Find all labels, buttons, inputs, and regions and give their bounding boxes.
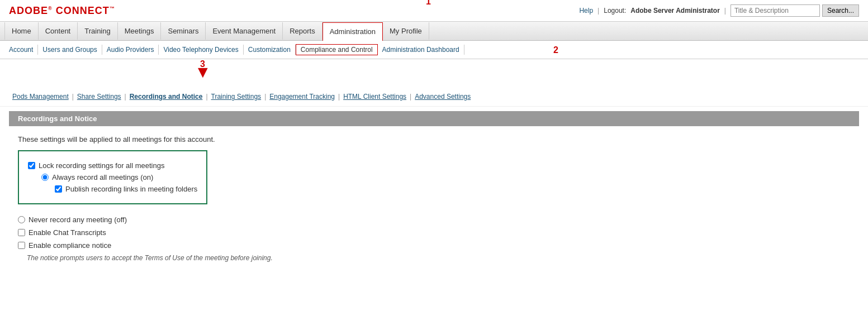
- logout-label: Logout:: [604, 7, 626, 15]
- help-link[interactable]: Help: [579, 7, 593, 15]
- publish-links-row: Publish recording links in meeting folde…: [55, 185, 197, 193]
- enable-compliance-row: Enable compliance notice: [18, 241, 850, 250]
- annotation-2: 2: [553, 45, 558, 55]
- compliance-nav: Pods Management | Share Settings | Recor…: [0, 87, 868, 107]
- sub-nav: Account Users and Groups Audio Providers…: [0, 41, 868, 59]
- subnav-customization[interactable]: Customization: [244, 45, 296, 55]
- nav-my-profile[interactable]: My Profile: [383, 22, 429, 40]
- nav-meetings[interactable]: Meetings: [118, 22, 162, 40]
- nav-seminars[interactable]: Seminars: [161, 22, 206, 40]
- annotation-1: 1: [426, 0, 431, 7]
- separator2: |: [724, 7, 726, 15]
- enable-chat-row: Enable Chat Transcripts: [18, 228, 850, 237]
- never-record-radio[interactable]: [18, 216, 25, 223]
- separator: |: [597, 7, 599, 15]
- enable-chat-checkbox[interactable]: [18, 229, 25, 236]
- nav-administration[interactable]: Administration: [322, 22, 383, 41]
- description-text: These settings will be applied to all me…: [18, 135, 850, 143]
- nav-event-management[interactable]: Event Management: [206, 22, 283, 40]
- nav-reports[interactable]: Reports: [283, 22, 322, 40]
- enable-compliance-checkbox[interactable]: [18, 242, 25, 249]
- enable-compliance-label: Enable compliance notice: [29, 241, 111, 250]
- publish-links-checkbox[interactable]: [55, 185, 62, 193]
- lock-recording-checkbox[interactable]: [28, 162, 35, 169]
- subnav-video-telephony[interactable]: Video Telephony Devices: [159, 45, 243, 55]
- nav-content[interactable]: Content: [39, 22, 78, 40]
- search-button[interactable]: Search...: [822, 4, 859, 17]
- subnav-users-groups[interactable]: Users and Groups: [38, 45, 102, 55]
- subnav-compliance[interactable]: Compliance and Control: [296, 44, 378, 55]
- always-record-radio[interactable]: [41, 174, 49, 181]
- publish-links-label: Publish recording links in meeting folde…: [65, 185, 197, 193]
- compnav-recordings[interactable]: Recordings and Notice: [126, 92, 206, 102]
- compnav-training[interactable]: Training Settings: [208, 92, 265, 102]
- lock-recording-row: Lock recording settings for all meetings: [28, 161, 197, 170]
- compnav-engagement[interactable]: Engagement Tracking: [266, 92, 338, 102]
- subnav-admin-dashboard[interactable]: Administration Dashboard: [378, 45, 464, 55]
- always-record-label: Always record all meetings (on): [52, 173, 153, 181]
- arrow-down-icon: ▼: [195, 64, 211, 80]
- lock-recording-label: Lock recording settings for all meetings: [39, 161, 164, 170]
- search-input[interactable]: [731, 4, 820, 17]
- never-record-row: Never record any meeting (off): [18, 216, 850, 224]
- main-nav: Home Content Training Meetings Seminars …: [0, 22, 868, 41]
- subnav-audio-providers[interactable]: Audio Providers: [102, 45, 159, 55]
- compnav-advanced[interactable]: Advanced Settings: [411, 92, 474, 102]
- compnav-pods[interactable]: Pods Management: [9, 92, 72, 102]
- compnav-share[interactable]: Share Settings: [74, 92, 125, 102]
- section-header: Recordings and Notice: [9, 111, 859, 126]
- settings-box: Lock recording settings for all meetings…: [18, 150, 207, 204]
- nav-training[interactable]: Training: [78, 22, 117, 40]
- top-bar: ADOBE® CONNECT™ Help | Logout: Adobe Ser…: [0, 0, 868, 22]
- user-name: Adobe Server Administrator: [630, 7, 720, 15]
- nav-home[interactable]: Home: [4, 22, 39, 40]
- always-record-row: Always record all meetings (on): [41, 173, 197, 181]
- content-area: These settings will be applied to all me…: [0, 131, 868, 266]
- compnav-html-client[interactable]: HTML Client Settings: [340, 92, 410, 102]
- section-title: Recordings and Notice: [18, 114, 97, 123]
- notice-text: The notice prompts users to accept the T…: [27, 254, 850, 262]
- subnav-account[interactable]: Account: [9, 45, 38, 55]
- annotation-area: 3 ▼: [0, 59, 868, 87]
- top-right-area: Help | Logout: Adobe Server Administrato…: [579, 4, 859, 17]
- enable-chat-label: Enable Chat Transcripts: [29, 228, 106, 237]
- never-record-label: Never record any meeting (off): [29, 216, 127, 224]
- search-area: Search...: [731, 4, 859, 17]
- logo: ADOBE® CONNECT™: [9, 5, 115, 17]
